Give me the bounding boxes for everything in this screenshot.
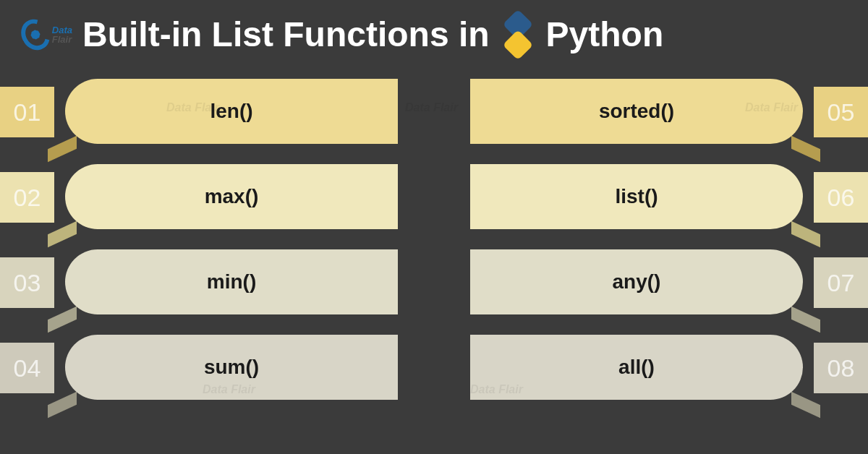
function-item-02: 02 max()	[0, 161, 420, 234]
function-pill: max()	[65, 164, 398, 229]
ribbon-fold	[48, 221, 77, 248]
function-pill: sorted()	[470, 79, 803, 144]
number-tab: 07	[814, 257, 868, 308]
logo-swirl-icon	[16, 14, 56, 55]
functions-grid: 01 len() 05 sorted() 02 max() 06 list() …	[0, 61, 868, 419]
ribbon-fold	[48, 136, 77, 163]
logo-text: Data Flair	[52, 25, 72, 44]
function-pill: sum()	[65, 335, 398, 400]
header: Data Flair Built-in List Functions in Py…	[0, 0, 868, 61]
ribbon-fold	[791, 136, 820, 163]
logo-text-line2: Flair	[52, 35, 72, 44]
number-tab: 08	[814, 343, 868, 393]
function-item-08: 08 all()	[448, 332, 868, 404]
function-pill: len()	[65, 79, 398, 144]
number-tab: 05	[814, 87, 868, 137]
function-item-04: 04 sum()	[0, 332, 420, 404]
logo-text-line1: Data	[52, 25, 72, 35]
number-tab: 01	[0, 87, 54, 137]
dataflair-logo: Data Flair	[22, 17, 72, 53]
ribbon-fold	[48, 307, 77, 333]
number-tab: 06	[814, 172, 868, 223]
ribbon-fold	[791, 221, 820, 248]
function-item-01: 01 len()	[0, 76, 420, 148]
function-item-03: 03 min()	[0, 247, 420, 319]
page-title-part1: Built-in List Functions in	[82, 14, 490, 54]
function-pill: list()	[470, 164, 803, 229]
page-title-part2: Python	[546, 14, 664, 54]
function-pill: min()	[65, 249, 398, 314]
number-tab: 03	[0, 257, 54, 308]
function-pill: any()	[470, 249, 803, 314]
function-item-06: 06 list()	[448, 161, 868, 234]
ribbon-fold	[791, 307, 820, 333]
ribbon-fold	[48, 392, 77, 419]
number-tab: 02	[0, 172, 54, 223]
function-pill: all()	[470, 335, 803, 400]
ribbon-fold	[791, 392, 820, 419]
function-item-05: 05 sorted()	[448, 76, 868, 148]
python-logo-icon	[492, 9, 543, 60]
function-item-07: 07 any()	[448, 247, 868, 319]
number-tab: 04	[0, 343, 54, 393]
